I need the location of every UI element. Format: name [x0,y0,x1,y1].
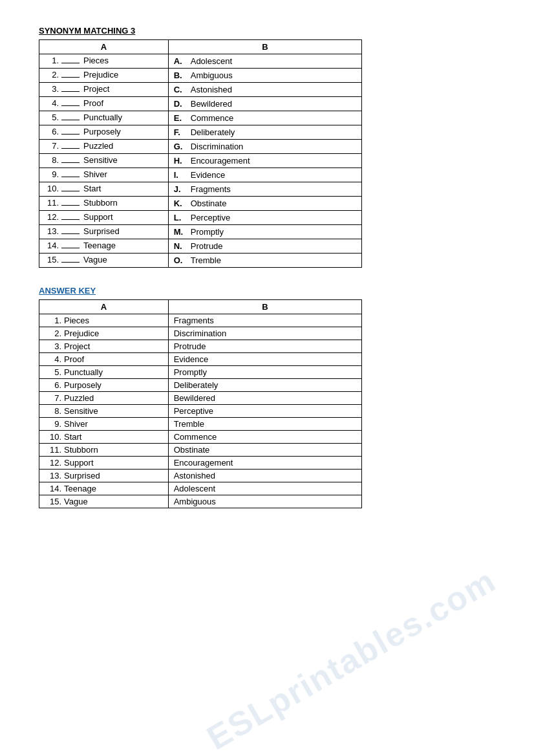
matching-col-a-cell: 13.Surprised [39,225,169,239]
answer-col-a-cell: 11.Stubborn [39,444,169,457]
answer-col-a-cell: 5.Punctually [39,366,169,379]
matching-col-a-cell: 5.Punctually [39,111,169,125]
matching-table: A B 1.PiecesA.Adolescent2.PrejudiceB.Amb… [39,39,362,268]
answer-col-b-cell: Deliberately [168,379,361,392]
answer-col-a-cell: 7.Puzzled [39,392,169,405]
matching-col-a-cell: 11.Stubborn [39,197,169,211]
answer-key-title: ANSWER KEY [39,286,495,296]
col-a-header: A [39,40,169,54]
matching-col-a-cell: 12.Support [39,211,169,225]
section-title: SYNONYM MATCHING 3 [39,26,495,36]
matching-col-b-cell: A.Adolescent [168,54,361,69]
matching-col-b-cell: F.Deliberately [168,125,361,140]
answer-col-b-cell: Promptly [168,366,361,379]
matching-col-a-cell: 7.Puzzled [39,140,169,154]
matching-col-b-cell: N.Protrude [168,239,361,254]
col-b-header: B [168,40,361,54]
answer-col-a-cell: 1.Pieces [39,314,169,327]
answer-col-a-cell: 10.Start [39,431,169,444]
ans-col-b-header: B [168,300,361,314]
matching-col-b-cell: I.Evidence [168,168,361,182]
answer-col-b-cell: Tremble [168,418,361,431]
matching-col-b-cell: K.Obstinate [168,197,361,211]
answer-key-table: A B 1.PiecesFragments2.PrejudiceDiscrimi… [39,299,362,508]
answer-col-b-cell: Fragments [168,314,361,327]
answer-col-b-cell: Perceptive [168,405,361,418]
matching-col-a-cell: 10.Start [39,182,169,197]
matching-col-a-cell: 6.Purposely [39,125,169,140]
ans-col-a-header: A [39,300,169,314]
answer-col-b-cell: Bewildered [168,392,361,405]
answer-col-a-cell: 6.Purposely [39,379,169,392]
matching-col-a-cell: 14.Teenage [39,239,169,254]
watermark: ESLprintables.com [200,561,502,756]
matching-col-b-cell: G.Discrimination [168,140,361,154]
answer-col-a-cell: 4.Proof [39,353,169,366]
matching-col-a-cell: 8.Sensitive [39,154,169,168]
matching-col-b-cell: M.Promptly [168,225,361,239]
matching-col-b-cell: L.Perceptive [168,211,361,225]
matching-col-b-cell: O.Tremble [168,254,361,268]
answer-col-b-cell: Protrude [168,340,361,353]
matching-col-a-cell: 15.Vague [39,254,169,268]
answer-col-a-cell: 8.Sensitive [39,405,169,418]
answer-col-a-cell: 14.Teenage [39,482,169,495]
answer-col-b-cell: Commence [168,431,361,444]
matching-col-b-cell: E.Commence [168,111,361,125]
matching-col-b-cell: B.Ambiguous [168,69,361,83]
matching-col-a-cell: 4.Proof [39,97,169,111]
answer-col-b-cell: Adolescent [168,482,361,495]
answer-col-b-cell: Ambiguous [168,495,361,508]
matching-col-a-cell: 2.Prejudice [39,69,169,83]
answer-col-b-cell: Discrimination [168,327,361,340]
matching-col-b-cell: J.Fragments [168,182,361,197]
answer-col-a-cell: 13.Surprised [39,470,169,482]
answer-col-b-cell: Obstinate [168,444,361,457]
answer-col-a-cell: 9.Shiver [39,418,169,431]
answer-col-b-cell: Astonished [168,470,361,482]
answer-col-a-cell: 2.Prejudice [39,327,169,340]
answer-col-b-cell: Encouragement [168,457,361,470]
answer-col-a-cell: 3.Project [39,340,169,353]
matching-col-b-cell: H.Encouragement [168,154,361,168]
matching-col-b-cell: D.Bewildered [168,97,361,111]
matching-col-b-cell: C.Astonished [168,83,361,97]
answer-col-b-cell: Evidence [168,353,361,366]
matching-col-a-cell: 1.Pieces [39,54,169,69]
answer-col-a-cell: 12.Support [39,457,169,470]
matching-col-a-cell: 9.Shiver [39,168,169,182]
matching-col-a-cell: 3.Project [39,83,169,97]
answer-col-a-cell: 15.Vague [39,495,169,508]
